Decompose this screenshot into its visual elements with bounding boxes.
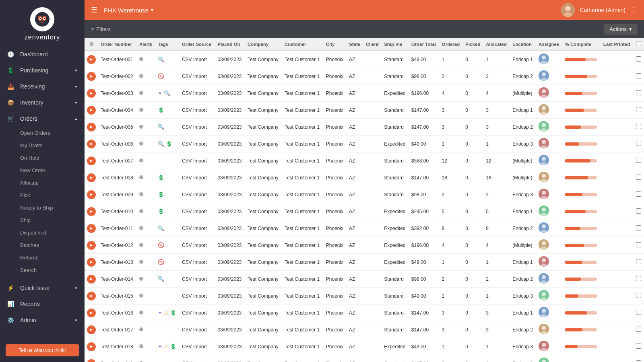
row-select-checkbox[interactable] (636, 175, 641, 180)
row-select-checkbox[interactable] (636, 73, 641, 78)
hamburger-icon[interactable]: ☰ (91, 6, 97, 14)
row-select-checkbox[interactable] (636, 343, 641, 349)
row-play-btn[interactable]: ▶ (85, 169, 98, 186)
sidebar-item-quick-issue[interactable]: ⚡ Quick Issue ▾ (0, 280, 85, 296)
row-checkbox-cell[interactable] (634, 203, 644, 220)
col-select-all[interactable] (634, 38, 644, 51)
row-checkbox-cell[interactable] (634, 119, 644, 136)
sidebar-item-dispatched[interactable]: Dispatched (0, 226, 85, 239)
sidebar-item-inventory[interactable]: 📦 Inventory ▾ (0, 95, 85, 111)
row-checkbox-cell[interactable] (634, 321, 644, 338)
play-button[interactable]: ▶ (87, 89, 96, 98)
row-select-checkbox[interactable] (636, 293, 641, 298)
row-play-btn[interactable]: ▶ (85, 220, 98, 237)
play-button[interactable]: ▶ (87, 72, 96, 81)
sidebar-item-receiving[interactable]: 📥 Receiving ▾ (0, 78, 85, 95)
row-play-btn[interactable]: ▶ (85, 355, 98, 362)
play-button[interactable]: ▶ (87, 292, 96, 300)
row-play-btn[interactable]: ▶ (85, 321, 98, 338)
row-select-checkbox[interactable] (636, 90, 641, 95)
sidebar-item-allocate[interactable]: Allocate (0, 177, 85, 189)
play-button[interactable]: ▶ (87, 275, 96, 284)
row-select-checkbox[interactable] (636, 327, 641, 332)
play-button[interactable]: ▶ (87, 106, 96, 115)
row-select-checkbox[interactable] (636, 107, 641, 112)
row-play-btn[interactable]: ▶ (85, 68, 98, 85)
row-select-checkbox[interactable] (636, 360, 641, 362)
row-checkbox-cell[interactable] (634, 136, 644, 152)
column-settings[interactable]: ⚙ (85, 38, 98, 51)
row-play-btn[interactable]: ▶ (85, 152, 98, 169)
row-play-btn[interactable]: ▶ (85, 271, 98, 288)
sidebar-item-dashboard[interactable]: 🕐 Dashboard (0, 46, 85, 62)
row-play-btn[interactable]: ▶ (85, 102, 98, 119)
row-checkbox-cell[interactable] (634, 237, 644, 254)
row-select-checkbox[interactable] (636, 208, 641, 214)
row-play-btn[interactable]: ▶ (85, 237, 98, 254)
row-play-btn[interactable]: ▶ (85, 186, 98, 203)
play-button[interactable]: ▶ (87, 190, 96, 199)
row-play-btn[interactable]: ▶ (85, 136, 98, 152)
row-select-checkbox[interactable] (636, 191, 641, 197)
sidebar-item-batches[interactable]: Batches (0, 239, 85, 251)
sidebar-item-open-orders[interactable]: Open Orders (0, 127, 85, 139)
row-select-checkbox[interactable] (636, 158, 641, 163)
play-button[interactable]: ▶ (87, 140, 96, 148)
row-checkbox-cell[interactable] (634, 254, 644, 271)
row-checkbox-cell[interactable] (634, 152, 644, 169)
play-button[interactable]: ▶ (87, 123, 96, 132)
sidebar-item-pick[interactable]: Pick (0, 189, 85, 202)
play-button[interactable]: ▶ (87, 207, 96, 216)
row-select-checkbox[interactable] (636, 225, 641, 230)
filters-button[interactable]: ≡ Filters (91, 26, 111, 32)
row-checkbox-cell[interactable] (634, 304, 644, 321)
row-checkbox-cell[interactable] (634, 68, 644, 85)
row-checkbox-cell[interactable] (634, 186, 644, 203)
row-select-checkbox[interactable] (636, 276, 641, 281)
sidebar-item-new-order[interactable]: New Order (0, 164, 85, 177)
row-play-btn[interactable]: ▶ (85, 203, 98, 220)
row-checkbox-cell[interactable] (634, 271, 644, 288)
row-checkbox-cell[interactable] (634, 51, 644, 68)
row-select-checkbox[interactable] (636, 124, 641, 129)
play-button[interactable]: ▶ (87, 156, 96, 165)
sidebar-item-returns[interactable]: Returns (0, 251, 85, 264)
play-button[interactable]: ▶ (87, 309, 96, 317)
sidebar-item-purchasing[interactable]: 💲 Purchasing ▾ (0, 62, 85, 78)
sidebar-item-orders[interactable]: 🛒 Orders ▴ (0, 111, 85, 127)
play-button[interactable]: ▶ (87, 55, 96, 64)
row-select-checkbox[interactable] (636, 141, 641, 146)
row-play-btn[interactable]: ▶ (85, 304, 98, 321)
sidebar-item-ship[interactable]: Ship (0, 214, 85, 226)
row-select-checkbox[interactable] (636, 242, 641, 247)
row-checkbox-cell[interactable] (634, 169, 644, 186)
play-button[interactable]: ▶ (87, 325, 96, 334)
sidebar-item-reports[interactable]: 📊 Reports (0, 296, 85, 312)
play-button[interactable]: ▶ (87, 359, 96, 362)
orders-table-container[interactable]: ⚙ Order Number Alerts Tags Order Source … (85, 38, 644, 362)
play-button[interactable]: ▶ (87, 342, 96, 351)
row-play-btn[interactable]: ▶ (85, 85, 98, 102)
more-icon[interactable]: ⋮ (630, 6, 638, 14)
play-button[interactable]: ▶ (87, 258, 96, 267)
row-select-checkbox[interactable] (636, 56, 641, 62)
sidebar-item-search[interactable]: Search (0, 264, 85, 276)
row-checkbox-cell[interactable] (634, 220, 644, 237)
play-button[interactable]: ▶ (87, 224, 96, 233)
play-button[interactable]: ▶ (87, 241, 96, 250)
row-play-btn[interactable]: ▶ (85, 288, 98, 304)
warehouse-selector[interactable]: PHX Warehouse ▾ (104, 7, 153, 14)
play-button[interactable]: ▶ (87, 173, 96, 182)
row-checkbox-cell[interactable] (634, 355, 644, 362)
row-select-checkbox[interactable] (636, 310, 641, 315)
row-checkbox-cell[interactable] (634, 102, 644, 119)
actions-button[interactable]: Actions ▾ (604, 24, 638, 35)
row-play-btn[interactable]: ▶ (85, 338, 98, 355)
row-checkbox-cell[interactable] (634, 288, 644, 304)
row-checkbox-cell[interactable] (634, 85, 644, 102)
sidebar-item-my-drafts[interactable]: My Drafts (0, 139, 85, 152)
row-play-btn[interactable]: ▶ (85, 254, 98, 271)
sidebar-item-admin[interactable]: ⚙️ Admin ▾ (0, 312, 85, 328)
feedback-button[interactable]: Tell us what you think! (6, 344, 79, 356)
row-play-btn[interactable]: ▶ (85, 51, 98, 68)
